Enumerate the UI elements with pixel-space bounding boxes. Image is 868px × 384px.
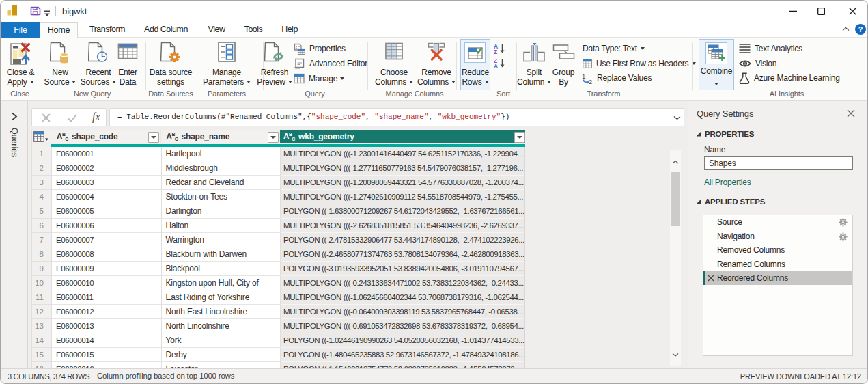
svg-text:1: 1 (582, 72, 585, 80)
svg-text:2: 2 (589, 77, 592, 84)
svg-text:Z: Z (494, 49, 497, 54)
svg-text:A: A (494, 63, 498, 68)
